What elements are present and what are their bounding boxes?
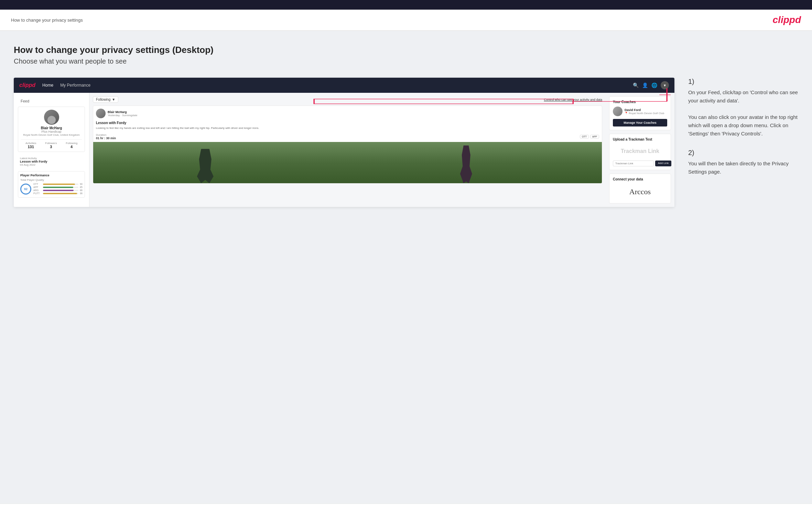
profile-stats: Activities 131 Followers 3 Following 4 [21,139,82,149]
screenshot: clippd Home My Performance 🔍 👤 🌐 ▼ Feed [14,78,674,207]
activities-value: 131 [25,145,36,149]
quality-row: 92 OTT 90 APP [20,183,83,195]
stat-following: Following 4 [66,142,77,149]
post-image [93,142,602,183]
coach-name: David Ford [625,108,664,112]
quality-score: 92 [24,187,28,191]
bar-ott: OTT 90 [33,183,83,185]
mini-nav: clippd Home My Performance 🔍 👤 🌐 ▼ [14,78,674,93]
instruction-2-text: You will then be taken directly to the P… [688,159,798,176]
poster-avatar [96,109,106,118]
tag-ott: OTT [580,135,589,139]
mini-nav-icons: 🔍 👤 🌐 ▼ [633,81,669,89]
avatar[interactable]: ▼ [661,81,669,89]
followers-value: 3 [45,145,57,149]
profile-club: Royal North Devon Golf Club, United King… [21,133,82,136]
person-icon[interactable]: 👤 [642,82,648,88]
following-button[interactable]: Following ▼ [93,96,118,103]
mini-nav-performance[interactable]: My Performance [60,83,90,88]
main-content: How to change your privacy settings (Des… [0,31,812,504]
post-card: Blair McHarg Yesterday · Sunningdale Les… [93,106,602,184]
logo: clippd [773,14,801,25]
header: How to change your privacy settings clip… [0,10,812,31]
header-page-title: How to change your privacy settings [11,18,83,23]
mini-logo: clippd [19,82,35,88]
latest-label: Latest Activity [20,157,83,160]
bar-app: APP 85 [33,186,83,188]
bar-putt: PUTT 96 [33,192,83,195]
trackman-title: Upload a Trackman Test [613,137,667,141]
instructions: 1) On your Feed, click/tap on 'Control w… [688,78,798,187]
coaches-title: Your Coaches [613,100,667,104]
mini-right-sidebar: Your Coaches David Ford 📍 Royal North De… [606,93,674,207]
followers-label: Followers [45,142,57,145]
performance-card: Player Performance Total Player Quality … [18,171,85,198]
profile-handicap: Plus Handicap [21,130,82,133]
coaches-card: Your Coaches David Ford 📍 Royal North De… [609,96,671,130]
instruction-1-number: 1) [688,78,798,86]
page-title: How to change your privacy settings (Des… [14,45,798,55]
coach-club: 📍 Royal North Devon Golf Club [625,112,664,115]
activities-label: Activities [25,142,36,145]
trackman-input[interactable] [613,161,654,166]
profile-avatar-bg [44,110,59,125]
instruction-2-number: 2) [688,149,798,157]
poster-name: Blair McHarg [108,110,137,114]
duration-value: 01 hr : 30 min [96,136,116,140]
following-value: 4 [66,145,77,149]
top-bar [0,0,812,10]
golfer-right [457,145,475,183]
quality-bars: OTT 90 APP 85 ARG [33,183,83,195]
poster-location: Yesterday · Sunningdale [108,114,137,117]
search-icon[interactable]: 🔍 [633,82,639,88]
feed-label: Feed [18,97,85,105]
post-duration: Duration 01 hr : 30 min OTT APP [93,132,602,142]
post-title: Lesson with Fordy [93,121,602,126]
golfer-left [195,149,216,183]
profile-name: Blair McHarg [21,126,82,130]
content-row: clippd Home My Performance 🔍 👤 🌐 ▼ Feed [14,78,798,207]
control-privacy-link[interactable]: Control who can see your activity and da… [544,98,602,101]
arccos-brand: Arccos [613,184,667,200]
post-description: Looking to feel like my hands are exitin… [93,126,602,132]
mini-feed: Following ▼ Control who can see your act… [89,93,606,207]
instruction-1-text: On your Feed, click/tap on 'Control who … [688,88,798,138]
performance-title: Player Performance [20,174,83,177]
quality-label: Total Player Quality [20,178,83,181]
mini-app-body: Feed Blair McHarg Plus Handicap Royal No… [14,93,674,207]
instruction-2: 2) You will then be taken directly to th… [688,149,798,176]
quality-circle: 92 [20,184,31,195]
following-label: Following [66,142,77,145]
mini-nav-home[interactable]: Home [42,83,53,88]
trackman-brand-label: Trackman Link [613,144,667,158]
following-row: Following ▼ Control who can see your act… [93,96,602,103]
manage-coaches-button[interactable]: Manage Your Coaches [613,119,667,126]
mini-sidebar: Feed Blair McHarg Plus Handicap Royal No… [14,93,89,207]
bar-arg: ARG 86 [33,189,83,191]
duration-label: Duration [96,133,116,136]
coach-row: David Ford 📍 Royal North Devon Golf Club [613,107,667,116]
latest-activity: Latest Activity Lesson with Fordy 03 Aug… [18,155,85,168]
add-link-button[interactable]: Add Link [655,161,671,166]
coach-avatar [613,107,622,116]
profile-avatar-inner [47,116,56,124]
coach-info: David Ford 📍 Royal North Devon Golf Club [625,108,664,115]
connect-title: Connect your data [613,177,667,181]
globe-icon[interactable]: 🌐 [651,82,657,88]
profile-card: Blair McHarg Plus Handicap Royal North D… [18,107,85,152]
trackman-card: Upload a Trackman Test Trackman Link Add… [609,134,671,170]
trackman-input-row: Add Link [613,161,667,166]
latest-date: 03 Aug 2022 [20,163,83,166]
post-header: Blair McHarg Yesterday · Sunningdale [93,106,602,121]
instruction-1: 1) On your Feed, click/tap on 'Control w… [688,78,798,138]
connect-card: Connect your data Arccos [609,174,671,203]
latest-title: Lesson with Fordy [20,160,83,163]
stat-followers: Followers 3 [45,142,57,149]
poster-info: Blair McHarg Yesterday · Sunningdale [108,110,137,117]
tag-app: APP [590,135,599,139]
post-tags: OTT APP [580,135,599,139]
page-subtitle: Choose what you want people to see [14,57,798,65]
stat-activities: Activities 131 [25,142,36,149]
footer: Copyright Clippd 2022 [0,504,812,507]
